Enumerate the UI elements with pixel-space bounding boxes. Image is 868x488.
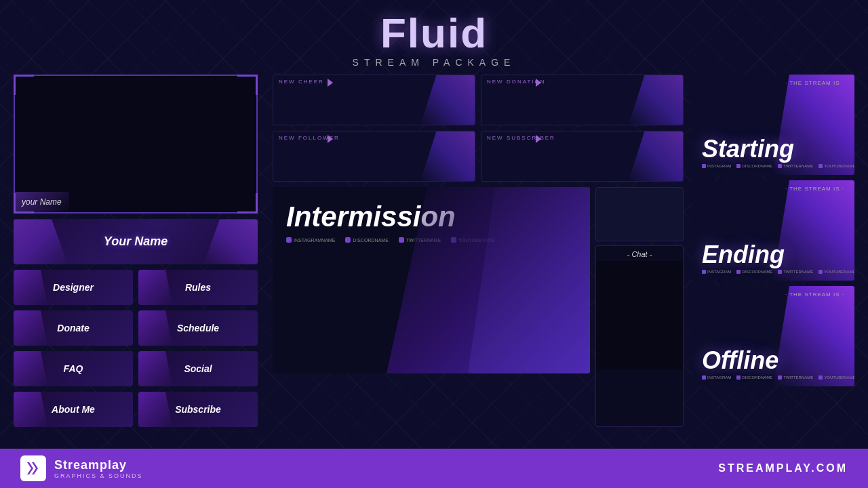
- corner-tl: [14, 75, 34, 95]
- alert-wave: [629, 131, 683, 181]
- btn-label: Schedule: [177, 323, 219, 333]
- alert-wave: [420, 131, 475, 181]
- middle-column: NEW CHEER NEW DONATION NEW FOLLOWER: [273, 75, 684, 427]
- social-dc: DISCORDNAME: [736, 164, 772, 168]
- intermission-section: Intermission INSTAGRAMNAME DISCORDNAME: [273, 187, 684, 427]
- button-subscribe[interactable]: Subscribe: [138, 392, 258, 427]
- dc-icon2: [736, 270, 741, 274]
- name-panel: Your Name: [14, 219, 258, 264]
- the-stream-is-ending: · THE STREAM IS ·: [785, 186, 844, 192]
- social-ig: INSTAGRAM: [702, 164, 731, 168]
- button-schedule[interactable]: Schedule: [138, 310, 258, 346]
- btn-wave: [14, 392, 47, 427]
- screen-socials-offline: INSTAGRAM DISCORDNAME TWITTERNAME YOUTUB…: [702, 375, 844, 380]
- chat-title: - Chat -: [596, 247, 683, 261]
- alert-arrow: [328, 79, 333, 87]
- screen-label-offline: · THE STREAM IS ·: [785, 291, 844, 298]
- offline-screen: · THE STREAM IS · Offline INSTAGRAM DISC…: [692, 286, 854, 386]
- alert-new-donation: NEW DONATION: [481, 75, 684, 125]
- panel-name-text: Your Name: [104, 235, 167, 249]
- tw-icon3: [778, 375, 782, 380]
- social-ig2: INSTAGRAM: [702, 270, 731, 274]
- alert-arrow: [536, 79, 541, 87]
- main-content: Fluid STREAM PACKAGE your Name Your Name: [0, 0, 868, 488]
- dc-icon3: [736, 375, 741, 380]
- discord-icon: [345, 237, 351, 243]
- button-social[interactable]: Social: [138, 351, 258, 386]
- header: Fluid STREAM PACKAGE: [0, 0, 868, 68]
- chat-panel: - Chat -: [595, 245, 684, 427]
- social-yt3: YOUTUBENAME: [818, 375, 854, 380]
- buttons-grid: Designer Rules Donate Schedule FAQ: [14, 270, 258, 427]
- left-column: your Name Your Name Designer Rules: [14, 75, 264, 427]
- footer-url: STREAMPLAY.COM: [718, 462, 848, 474]
- brand-name: Streamplay: [54, 458, 143, 472]
- social-dc2: DISCORDNAME: [736, 270, 772, 274]
- footer-brand: Streamplay GRAPHICS & SOUNDS: [20, 455, 143, 481]
- btn-label: Social: [184, 363, 212, 374]
- twitter-icon: [399, 237, 404, 243]
- ending-screen: · THE STREAM IS · Ending INSTAGRAM DISCO…: [692, 180, 854, 281]
- page-subtitle: STREAM PACKAGE: [0, 57, 868, 68]
- main-grid: your Name Your Name Designer Rules: [0, 68, 868, 427]
- alert-label: NEW SUBSCRIBER: [487, 135, 555, 141]
- btn-wave: [14, 310, 47, 346]
- wave-accent-left: [14, 219, 68, 264]
- alert-arrow: [536, 135, 541, 143]
- wave-accent-right: [203, 219, 258, 264]
- webcam-frame: your Name: [14, 75, 258, 214]
- social-label: DISCORDNAME: [353, 238, 389, 243]
- social-dc3: DISCORDNAME: [736, 375, 772, 380]
- btn-label: About Me: [52, 404, 95, 415]
- tw-icon2: [778, 270, 782, 274]
- ig-icon3: [702, 375, 706, 380]
- button-donate[interactable]: Donate: [14, 310, 133, 346]
- offline-text: Offline: [702, 348, 844, 373]
- corner-br: [237, 193, 258, 214]
- screen-label-starting: · THE STREAM IS ·: [785, 80, 844, 86]
- social-yt: YOUTUBENAME: [818, 164, 854, 168]
- alert-label: NEW CHEER: [279, 79, 324, 85]
- screen-socials-starting: INSTAGRAM DISCORDNAME TWITTERNAME YOUTUB…: [702, 164, 844, 168]
- btn-label: Designer: [53, 282, 94, 293]
- logo-icon: [25, 460, 41, 476]
- footer-brand-text: Streamplay GRAPHICS & SOUNDS: [54, 458, 143, 479]
- alert-new-cheer: NEW CHEER: [273, 75, 475, 125]
- ig-icon: [702, 164, 706, 168]
- social-tw2: TWITTERNAME: [778, 270, 813, 274]
- social-tw3: TWITTERNAME: [778, 375, 813, 380]
- chat-body: [596, 261, 683, 369]
- btn-label: Rules: [185, 282, 211, 293]
- streamplay-logo: [20, 455, 46, 481]
- social-tw: TWITTERNAME: [778, 164, 813, 168]
- yt-icon: [818, 164, 823, 168]
- alert-new-subscriber: NEW SUBSCRIBER: [481, 131, 684, 182]
- tw-icon: [778, 164, 782, 168]
- btn-label: Donate: [57, 323, 89, 333]
- btn-wave: [138, 270, 172, 305]
- ending-text: Ending: [702, 243, 844, 267]
- btn-wave: [138, 351, 172, 386]
- button-faq[interactable]: FAQ: [14, 351, 133, 386]
- yt-icon3: [818, 375, 823, 380]
- social-item-instagram: INSTAGRAMNAME: [286, 237, 335, 243]
- webcam-name-label: your Name: [22, 197, 62, 207]
- brand-sub: GRAPHICS & SOUNDS: [54, 472, 143, 479]
- btn-wave: [138, 392, 172, 427]
- screen-socials-ending: INSTAGRAM DISCORDNAME TWITTERNAME YOUTUB…: [702, 270, 844, 274]
- alert-arrow: [328, 135, 333, 143]
- corner-tr: [237, 75, 258, 95]
- button-designer[interactable]: Designer: [14, 270, 133, 305]
- the-stream-is: · THE STREAM IS ·: [785, 80, 844, 86]
- button-about-me[interactable]: About Me: [14, 392, 133, 427]
- the-stream-is-offline: · THE STREAM IS ·: [785, 291, 844, 298]
- alerts-row-2: NEW FOLLOWER NEW SUBSCRIBER: [273, 131, 684, 182]
- button-rules[interactable]: Rules: [138, 270, 258, 305]
- ig-icon2: [702, 270, 706, 274]
- social-item-discord: DISCORDNAME: [345, 237, 389, 243]
- btn-label: Subscribe: [175, 404, 221, 415]
- btn-wave: [14, 351, 47, 386]
- starting-screen: · THE STREAM IS · Starting INSTAGRAM DIS…: [692, 75, 854, 175]
- chat-preview: [595, 187, 684, 241]
- btn-wave: [138, 310, 172, 346]
